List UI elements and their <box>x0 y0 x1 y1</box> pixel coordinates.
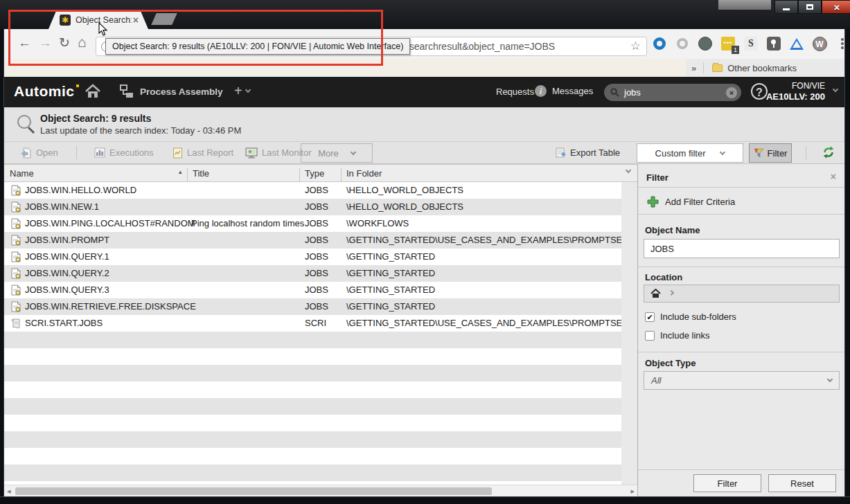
table-row[interactable]: SCRI.START.JOBSSCRI\GETTING_STARTED\USE_… <box>4 315 621 332</box>
column-divider <box>187 168 188 181</box>
page-subtitle: Last update of the search index: Today -… <box>40 125 241 136</box>
other-bookmarks-button[interactable]: Other bookmarks <box>727 63 797 73</box>
export-table-button[interactable]: Export Table <box>555 142 620 163</box>
extension-w-icon[interactable]: W <box>811 35 828 52</box>
job-object-icon <box>11 201 21 215</box>
object-type-value: All <box>651 375 661 386</box>
column-menu-icon[interactable] <box>626 168 631 173</box>
search-icon <box>610 88 619 97</box>
cell-in-folder: \WORKFLOWS <box>346 215 409 232</box>
job-object-icon <box>11 251 21 264</box>
filter-apply-button[interactable]: Filter <box>693 474 761 492</box>
last-report-button[interactable]: Last Report <box>172 142 233 163</box>
process-assembly-icon <box>119 84 134 99</box>
cell-name: JOBS.WIN.QUERY.1 <box>25 249 109 265</box>
nav-process-assembly[interactable]: Process Assembly <box>119 84 223 99</box>
bookmarks-overflow-icon[interactable]: » <box>691 63 696 73</box>
cell-type: JOBS <box>305 232 328 249</box>
page-header: Object Search: 9 results Last update of … <box>4 107 844 142</box>
minimize-button[interactable] <box>774 0 798 14</box>
automic-logo[interactable]: Automic <box>14 83 75 100</box>
table-row[interactable]: JOBS.WIN.PROMPTJOBS\GETTING_STARTED\USE_… <box>4 232 621 249</box>
horizontal-scrollbar[interactable]: ◂ ▸ <box>4 485 637 496</box>
table-row[interactable]: JOBS.WIN.PING.LOCALHOST#RANDOMPing local… <box>4 215 621 232</box>
job-object-icon <box>11 268 21 281</box>
close-icon: × <box>834 2 840 12</box>
filter-reset-button[interactable]: Reset <box>768 474 836 492</box>
column-header-title[interactable]: Title <box>193 168 209 179</box>
funnel-icon <box>754 148 764 158</box>
help-button[interactable]: ? <box>751 83 768 100</box>
extension-globe-icon[interactable] <box>697 35 714 52</box>
filter-panel-close-icon[interactable]: × <box>831 171 836 182</box>
extension-yellow-icon[interactable]: ••• 1 <box>720 35 736 52</box>
location-breadcrumb[interactable] <box>644 285 840 303</box>
object-type-select[interactable]: All <box>644 371 840 390</box>
scrollbar-thumb[interactable] <box>15 487 492 495</box>
extension-s-icon[interactable]: S <box>743 35 759 52</box>
object-type-chevron-icon <box>827 377 833 382</box>
requests-link[interactable]: Requests <box>496 87 534 97</box>
extension-gray-ring-icon[interactable] <box>674 35 691 52</box>
maximize-icon <box>806 4 813 10</box>
close-button[interactable]: × <box>822 0 850 14</box>
table-empty-stripes <box>4 332 621 485</box>
column-header-in-folder[interactable]: In Folder <box>346 168 382 179</box>
table-vertical-scroll-area[interactable] <box>621 182 637 485</box>
filter-panel: Filter × Add Filter Criteria Object Name… <box>637 164 844 497</box>
titlebar-glass <box>718 0 771 10</box>
table-row[interactable]: JOBS.WIN.QUERY.2JOBS\GETTING_STARTED <box>4 265 621 282</box>
filter-toggle-button[interactable]: Filter <box>749 143 792 163</box>
export-table-icon <box>555 147 566 159</box>
table-header: Name ▴ Title Type In Folder <box>4 164 637 182</box>
messages-link[interactable]: i Messages <box>535 85 593 97</box>
custom-filter-chevron-icon <box>720 149 725 154</box>
column-header-type[interactable]: Type <box>305 168 324 179</box>
object-name-input[interactable] <box>644 239 840 258</box>
cell-name: JOBS.WIN.NEW.1 <box>25 199 99 215</box>
table-row[interactable]: JOBS.WIN.NEW.1JOBS\HELLO_WORLD_OBJECTS <box>4 199 621 215</box>
extension-blue-ring-icon[interactable] <box>651 35 668 52</box>
table-row[interactable]: JOBS.WIN.QUERY.3JOBS\GETTING_STARTED <box>4 282 621 298</box>
job-object-icon <box>11 185 21 198</box>
open-button[interactable]: Open <box>21 142 58 163</box>
app-home-icon[interactable] <box>85 84 101 102</box>
extension-triangle-icon[interactable] <box>788 35 805 52</box>
cell-in-folder: \HELLO_WORLD_OBJECTS <box>346 199 463 215</box>
table-body: JOBS.WIN.HELLO.WORLDJOBS\HELLO_WORLD_OBJ… <box>4 182 621 332</box>
cell-type: JOBS <box>305 249 328 265</box>
column-header-name[interactable]: Name <box>10 168 34 179</box>
clear-search-icon[interactable]: × <box>726 87 737 98</box>
filter-toggle-label: Filter <box>768 148 788 159</box>
custom-filter-select[interactable]: Custom filter <box>637 143 743 163</box>
executions-button[interactable]: Executions <box>94 142 154 163</box>
scroll-right-icon[interactable]: ▸ <box>630 487 635 496</box>
include-links-option[interactable]: Include links <box>645 330 710 341</box>
checkbox-checked-icon[interactable]: ✔ <box>645 312 655 322</box>
extension-keyhole-icon[interactable] <box>765 35 782 52</box>
refresh-icon <box>822 145 835 159</box>
include-subfolders-option[interactable]: ✔ Include sub-folders <box>645 312 736 322</box>
more-button[interactable]: More <box>301 143 373 163</box>
add-filter-criteria-button[interactable]: Add Filter Criteria <box>647 196 735 208</box>
table-row[interactable]: JOBS.WIN.RETRIEVE.FREE.DISKSPACEJOBS\GET… <box>4 298 621 315</box>
client-menu[interactable]: FON/VIE AE10LLV: 200 <box>766 80 825 102</box>
client-connection: AE10LLV: 200 <box>766 91 825 102</box>
checkbox-unchecked-icon[interactable] <box>645 331 655 341</box>
home-breadcrumb-icon <box>650 289 661 298</box>
refresh-button[interactable] <box>822 145 835 162</box>
custom-filter-value: Custom filter <box>655 148 706 159</box>
cell-in-folder: \GETTING_STARTED <box>346 298 435 315</box>
table-row[interactable]: JOBS.WIN.HELLO.WORLDJOBS\HELLO_WORLD_OBJ… <box>4 182 621 199</box>
url-text[interactable]: @pa/searchresult&object_name=JOBS <box>386 41 555 52</box>
global-search-input[interactable]: jobs × <box>604 84 741 101</box>
add-tab-button[interactable]: + <box>234 84 250 98</box>
maximize-button[interactable] <box>798 0 822 14</box>
bookmark-star-icon[interactable]: ☆ <box>630 39 641 53</box>
process-assembly-label: Process Assembly <box>140 87 223 97</box>
scroll-left-icon[interactable]: ◂ <box>7 487 11 496</box>
cell-name: JOBS.WIN.PING.LOCALHOST#RANDOM <box>25 215 195 232</box>
extension-badge: 1 <box>732 46 739 54</box>
sort-asc-icon[interactable]: ▴ <box>179 168 182 175</box>
table-row[interactable]: JOBS.WIN.QUERY.1JOBS\GETTING_STARTED <box>4 249 621 265</box>
